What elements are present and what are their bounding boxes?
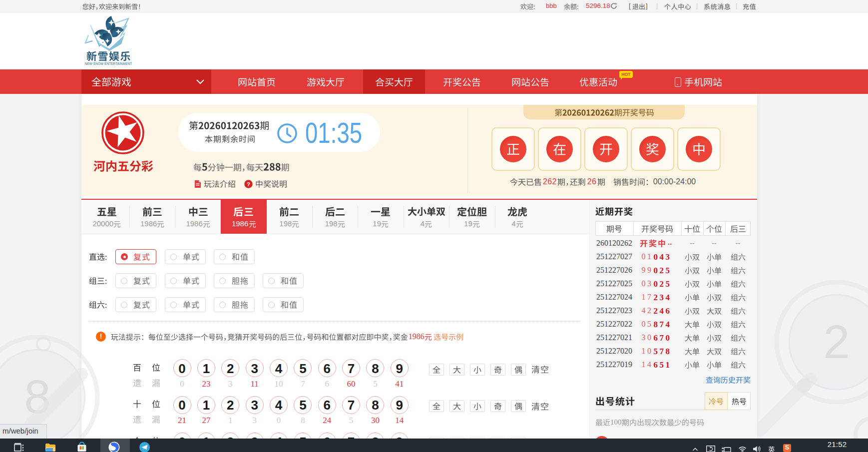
svg-text:?: ?	[247, 181, 250, 187]
svg-text:2: 2	[824, 315, 850, 368]
